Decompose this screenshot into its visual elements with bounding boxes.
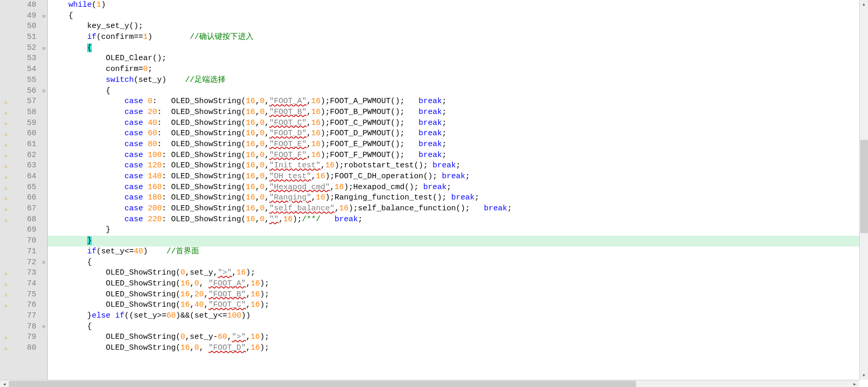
code-line[interactable]: case 140: OLED_ShowString(16,0,"DH test"… xyxy=(48,171,868,182)
token-ident: } xyxy=(50,311,92,320)
fold-gutter[interactable] xyxy=(40,0,48,380)
token-num: 16 xyxy=(250,300,260,309)
code-line[interactable]: case 200: OLED_ShowString(16,0,"self_bal… xyxy=(48,204,868,214)
code-line[interactable]: case 180: OLED_ShowString(16,0,"Ranging"… xyxy=(48,193,868,204)
code-line[interactable]: case 220: OLED_ShowString(16,0,"",16);/*… xyxy=(48,214,868,225)
fold-collapse-icon[interactable] xyxy=(40,322,47,333)
vertical-scroll-thumb[interactable] xyxy=(860,140,868,233)
code-line[interactable]: { xyxy=(48,43,868,54)
token-ident: );FOOT_A_PWMOUT(); xyxy=(320,97,418,106)
code-line[interactable]: OLED_ShowString(16,0, "FOOT_D",16); xyxy=(48,343,868,354)
fold-empty xyxy=(40,300,47,311)
code-line[interactable]: OLED_ShowString(16,0, "FOOT_A",16); xyxy=(48,279,868,290)
code-area[interactable]: while(1) { key_set_y(); if(confirm==1) /… xyxy=(48,0,868,380)
vertical-scrollbar[interactable]: ▲ ▼ xyxy=(859,0,868,380)
token-ident: , xyxy=(246,333,250,341)
code-line[interactable]: case 160: OLED_ShowString(16,0,"Hexapod … xyxy=(48,182,868,193)
code-line[interactable]: case 20: OLED_ShowString(16,0,"FOOT_B",1… xyxy=(48,107,868,118)
code-line[interactable]: case 80: OLED_ShowString(16,0,"FOOT_E",1… xyxy=(48,139,868,150)
token-ident: , xyxy=(255,129,260,138)
marker-empty xyxy=(0,53,11,64)
code-line[interactable]: OLED_ShowString(0,set_y-60,">",16); xyxy=(48,332,868,343)
token-ident: , xyxy=(190,343,194,352)
fold-empty xyxy=(40,193,47,204)
token-ident xyxy=(143,151,148,160)
scroll-up-arrow[interactable]: ▲ xyxy=(860,0,868,9)
token-num: 80 xyxy=(148,140,157,149)
code-line[interactable]: OLED_ShowString(0,set_y,">",16); xyxy=(48,268,868,279)
token-ident: , xyxy=(255,151,260,160)
token-num: 16 xyxy=(246,172,255,181)
token-kw: case xyxy=(124,140,143,149)
code-line[interactable]: OLED_ShowString(16,40,"FOOT_C",16); xyxy=(48,300,868,311)
code-line[interactable]: OLED_Clear(); xyxy=(48,53,868,64)
token-ident: , xyxy=(199,279,208,288)
code-line[interactable]: { xyxy=(48,11,868,22)
code-editor[interactable]: 4849505152535455565758596061626364656667… xyxy=(0,0,868,380)
code-line[interactable]: } xyxy=(48,236,868,247)
code-line[interactable]: case 0: OLED_ShowString(16,0,"FOOT_A",16… xyxy=(48,96,868,107)
code-line[interactable]: while(1) xyxy=(48,0,868,11)
token-ident: , xyxy=(264,151,269,160)
code-line[interactable]: case 120: OLED_ShowString(16,0,"Init tes… xyxy=(48,161,868,171)
scroll-right-arrow[interactable]: ▶ xyxy=(850,380,859,387)
token-ident: OLED_ShowString( xyxy=(50,268,180,277)
line-number: 75 xyxy=(11,290,36,300)
warning-icon xyxy=(0,171,11,182)
token-num: 0 xyxy=(260,108,264,117)
token-ident: (confirm== xyxy=(96,33,143,41)
token-ident: : OLED_ShowString( xyxy=(157,108,246,117)
code-line[interactable]: { xyxy=(48,322,868,333)
fold-empty xyxy=(40,236,47,247)
code-line[interactable]: if(set_y<=40) //首界面 xyxy=(48,247,868,257)
token-ident xyxy=(50,193,124,202)
code-line[interactable]: case 60: OLED_ShowString(16,0,"FOOT_D",1… xyxy=(48,128,868,139)
token-num: 16 xyxy=(180,300,190,309)
line-number: 78 xyxy=(11,322,36,333)
token-ident xyxy=(143,193,148,202)
fold-empty xyxy=(40,0,47,11)
token-num: 16 xyxy=(246,108,255,117)
token-ident xyxy=(50,140,124,149)
marker-empty xyxy=(0,225,11,236)
token-num: 16 xyxy=(180,343,190,352)
code-line[interactable]: key_set_y(); xyxy=(48,21,868,32)
token-ident: , xyxy=(264,119,269,127)
scroll-left-arrow[interactable]: ◀ xyxy=(0,380,9,387)
code-line[interactable]: { xyxy=(48,257,868,268)
fold-collapse-icon[interactable] xyxy=(40,43,47,54)
token-str-underline: "Ranging" xyxy=(269,193,311,202)
fold-empty xyxy=(40,204,47,214)
fold-collapse-icon[interactable] xyxy=(40,11,47,22)
token-num: 16 xyxy=(250,290,260,299)
code-line[interactable]: switch(set_y) //足端选择 xyxy=(48,75,868,86)
warning-icon xyxy=(0,128,11,139)
code-line[interactable]: confirm=0; xyxy=(48,64,868,75)
code-line[interactable]: } xyxy=(48,225,868,236)
token-num: 0 xyxy=(180,333,185,341)
token-ident xyxy=(50,129,124,138)
token-kw: if xyxy=(87,247,96,256)
scroll-down-arrow[interactable]: ▼ xyxy=(860,371,868,380)
token-ident xyxy=(143,183,148,192)
line-number: 61 xyxy=(11,139,36,150)
code-line[interactable]: case 40: OLED_ShowString(16,0,"FOOT_C",1… xyxy=(48,118,868,129)
token-str-underline: "FOOT_D" xyxy=(269,129,306,138)
code-line[interactable]: }else if((set_y>=60)&&(set_y<=100)) xyxy=(48,311,868,322)
token-kw: case xyxy=(124,129,143,138)
token-str-underline: ">" xyxy=(218,268,232,277)
fold-collapse-icon[interactable] xyxy=(40,257,47,268)
line-number: 76 xyxy=(11,300,36,311)
token-com: //确认键按下进入 xyxy=(190,33,254,41)
code-line[interactable]: { xyxy=(48,86,868,97)
token-ident: confirm= xyxy=(50,65,143,74)
token-num: 16 xyxy=(311,119,320,127)
code-line[interactable]: case 100: OLED_ShowString(16,0,"FOOT_F",… xyxy=(48,150,868,161)
horizontal-scroll-thumb[interactable] xyxy=(9,381,636,387)
fold-collapse-icon[interactable] xyxy=(40,86,47,97)
code-line[interactable]: OLED_ShowString(16,20,"FOOT_B",16); xyxy=(48,290,868,300)
horizontal-scrollbar[interactable]: ◀ ▶ xyxy=(0,380,859,387)
marker-empty xyxy=(0,322,11,333)
token-ident: , xyxy=(255,204,260,213)
code-line[interactable]: if(confirm==1) //确认键按下进入 xyxy=(48,32,868,43)
